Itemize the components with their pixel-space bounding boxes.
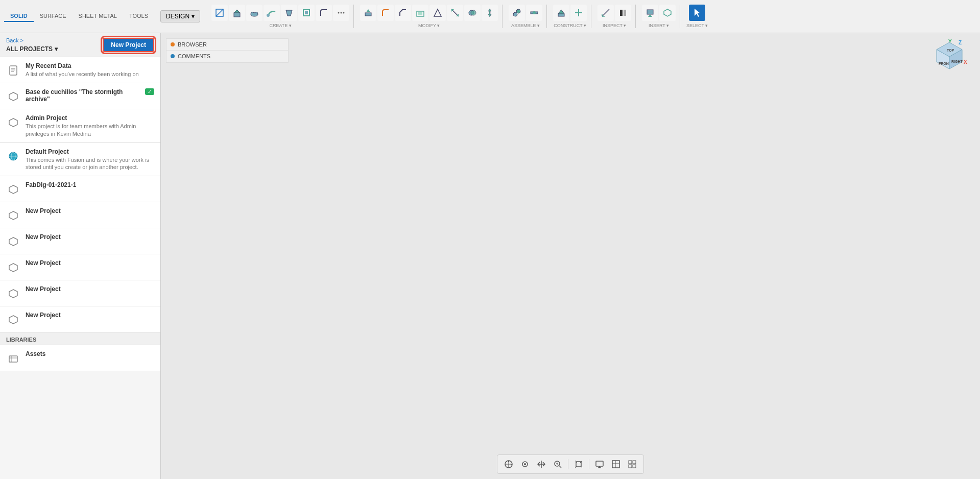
tab-surface[interactable]: SURFACE: [34, 11, 73, 22]
construct2-tool[interactable]: [570, 5, 587, 21]
sketch-tool[interactable]: [211, 5, 228, 21]
combine-tool[interactable]: [464, 5, 481, 21]
svg-text:TOP: TOP: [947, 49, 954, 52]
tab-tools[interactable]: TOOLS: [123, 11, 154, 22]
sidebar-item-content: New Project: [26, 207, 154, 215]
chamfer-tool[interactable]: [395, 5, 411, 21]
joint-tool[interactable]: [526, 5, 542, 21]
sweep-tool[interactable]: [264, 5, 280, 21]
svg-rect-35: [647, 10, 653, 14]
svg-point-72: [524, 463, 526, 465]
sidebar-item-assets[interactable]: Assets: [0, 345, 160, 371]
new-project-button[interactable]: New Project: [103, 38, 154, 52]
svg-marker-15: [434, 9, 441, 16]
svg-point-25: [533, 11, 536, 14]
sidebar-item-default-project[interactable]: Default Project This comes with Fusion a…: [0, 143, 160, 177]
create-group-label: CREATE ▾: [269, 23, 291, 28]
sidebar-item-title: Admin Project: [26, 114, 154, 122]
sidebar-item-title: Default Project: [26, 148, 154, 155]
design-dropdown[interactable]: DESIGN ▾: [160, 10, 200, 22]
assemble1-tool[interactable]: [509, 5, 525, 21]
sidebar-item-fabdig[interactable]: FabDig-01-2021-1: [0, 176, 160, 202]
svg-rect-34: [624, 10, 626, 16]
sidebar-item-new-project-3[interactable]: New Project: [0, 254, 160, 280]
press-pull-tool[interactable]: [360, 5, 376, 21]
insert2-tool[interactable]: [659, 5, 676, 21]
draft-tool[interactable]: [429, 5, 446, 21]
comments-dot: [171, 54, 175, 58]
inspect2-tool[interactable]: [615, 5, 631, 21]
insert1-tool[interactable]: [642, 5, 658, 21]
fit-btn[interactable]: [571, 457, 586, 471]
more-display-btn[interactable]: [625, 457, 639, 471]
project-icon: [6, 313, 20, 327]
sidebar-item-title: My Recent Data: [26, 62, 154, 69]
sidebar-item-title: New Project: [26, 207, 154, 214]
sidebar-item-new-project-4[interactable]: New Project: [0, 280, 160, 306]
sidebar-item-new-project-2[interactable]: New Project: [0, 228, 160, 254]
back-link[interactable]: Back >: [6, 37, 58, 43]
sidebar-item-title: New Project: [26, 259, 154, 267]
sidebar-item-my-recent[interactable]: My Recent Data A list of what you've rec…: [0, 57, 160, 83]
select-tools: [689, 5, 705, 21]
svg-text:RIGHT: RIGHT: [951, 60, 963, 63]
scale-tool[interactable]: [447, 5, 463, 21]
sidebar-item-base-de-cuchillos[interactable]: Base de cuchillos "The stormlgth archive…: [0, 83, 160, 109]
browser-row[interactable]: BROWSER: [166, 39, 288, 51]
svg-marker-12: [366, 9, 370, 12]
project-icon: [6, 286, 20, 301]
inspect-group-label: INSPECT ▾: [603, 23, 626, 28]
sidebar-item-desc: This project is for team members with Ad…: [26, 123, 154, 137]
shell2-tool[interactable]: [412, 5, 428, 21]
divider: [568, 459, 568, 469]
sidebar-item-new-project-5[interactable]: New Project: [0, 306, 160, 332]
look-at-btn[interactable]: [518, 457, 532, 471]
browser-dot: [171, 42, 175, 46]
project-badge: ✓: [145, 88, 154, 95]
sidebar-item-admin-project[interactable]: Admin Project This project is for team m…: [0, 109, 160, 143]
project-icon: [6, 89, 20, 104]
construct1-tool[interactable]: [553, 5, 569, 21]
fillet2-tool[interactable]: [377, 5, 394, 21]
toolbar-group-select: SELECT ▾: [682, 5, 712, 28]
sidebar-item-desc: This comes with Fusion and is where your…: [26, 156, 154, 171]
sidebar-item-content: My Recent Data A list of what you've rec…: [26, 62, 154, 78]
svg-marker-53: [9, 316, 17, 324]
orbit-btn[interactable]: [501, 457, 516, 471]
libraries-section-header: LIBRARIES: [0, 332, 160, 345]
display-btn[interactable]: [592, 457, 607, 471]
shell-tool[interactable]: [298, 5, 315, 21]
viewport[interactable]: BROWSER COMMENTS Z Y TOP FRONT: [161, 33, 980, 479]
svg-rect-14: [418, 12, 422, 15]
grid-btn[interactable]: [609, 457, 623, 471]
project-icon: [6, 260, 20, 275]
move-tool[interactable]: [482, 5, 498, 21]
revolve-tool[interactable]: [246, 5, 262, 21]
pan-btn[interactable]: [534, 457, 548, 471]
design-chevron-icon: ▾: [192, 13, 195, 20]
sidebar-item-title: New Project: [26, 233, 154, 241]
svg-point-22: [513, 12, 517, 16]
assemble-tools: [509, 5, 542, 21]
svg-marker-51: [9, 264, 17, 272]
select-tool[interactable]: [689, 5, 705, 21]
zoom-btn[interactable]: [551, 457, 565, 471]
measure-tool[interactable]: [597, 5, 614, 21]
loft-tool[interactable]: [281, 5, 297, 21]
fillet-tool[interactable]: [316, 5, 332, 21]
bottom-toolbar: [497, 454, 644, 474]
extrude-tool[interactable]: [229, 5, 245, 21]
toolbar-group-construct: CONSTRUCT ▾: [549, 5, 591, 28]
more-create-tool[interactable]: [333, 5, 349, 21]
sidebar-item-new-project-1[interactable]: New Project: [0, 202, 160, 228]
sidebar-item-title: Assets: [26, 350, 154, 357]
sidebar-item-content: Base de cuchillos "The stormlgth archive…: [26, 88, 140, 104]
comments-row[interactable]: COMMENTS: [166, 51, 288, 62]
all-projects-label: ALL PROJECTS ▾: [6, 45, 58, 53]
dropdown-icon[interactable]: ▾: [55, 45, 58, 53]
sidebar-header: Back > ALL PROJECTS ▾ New Project: [0, 33, 160, 57]
view-cube[interactable]: Z Y TOP FRONT RIGHT X: [929, 38, 970, 79]
main-layout: Back > ALL PROJECTS ▾ New Project My Rec…: [0, 33, 980, 479]
tab-solid[interactable]: SOLID: [4, 11, 34, 22]
tab-sheet-metal[interactable]: SHEET METAL: [73, 11, 123, 22]
